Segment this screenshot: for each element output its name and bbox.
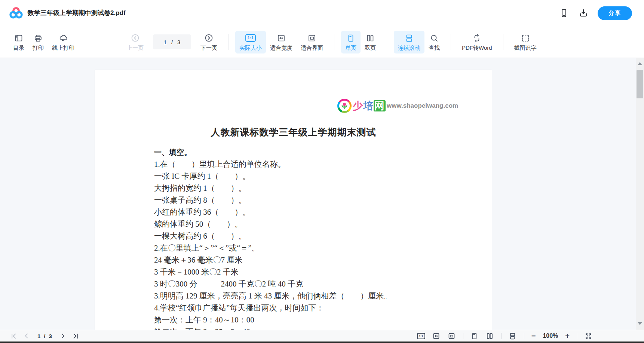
next-page-chevron-icon[interactable] — [59, 332, 67, 340]
document-line: 小红的体重约 36（ ）。 — [154, 206, 477, 218]
double-page-icon — [366, 33, 375, 43]
scrollbar-thumb[interactable] — [637, 70, 643, 98]
toolbar-divider — [228, 34, 229, 50]
document-brand: 少培网 www.shaopeiwang.com — [337, 98, 458, 113]
toolbar-divider — [334, 34, 334, 50]
toolbar-button-pdf-to-word[interactable]: PDF转Word — [458, 31, 496, 53]
toolbar-button-continuous-scroll[interactable]: 连续滚动 — [394, 31, 424, 53]
download-icon[interactable] — [578, 8, 589, 18]
bottom-view-controls: 1:1 − 1 — [417, 332, 592, 340]
toolbar-label: 双页 — [365, 45, 376, 51]
vertical-scrollbar[interactable] — [636, 58, 644, 330]
page-number-box[interactable]: 1 / 3 — [153, 34, 191, 49]
zoom-level: 100% — [543, 333, 558, 339]
print-icon — [34, 33, 43, 43]
toolbar-label: 适合宽度 — [270, 45, 292, 51]
fit-width-icon — [277, 33, 286, 43]
document-title: 人教新课标数学三年级上学期期末测试 — [95, 126, 492, 138]
fullscreen-icon[interactable] — [584, 332, 592, 340]
one-to-one-glyph: 1:1 — [245, 34, 256, 42]
actual-size-icon[interactable]: 1:1 — [417, 332, 425, 340]
prev-page-icon — [131, 33, 140, 43]
document-filename: 数学三年级上学期期中测试卷2.pdf — [28, 0, 126, 26]
bottom-page-indicator: 1 / 3 — [37, 333, 52, 339]
document-line: 第二次：下午 2：25～2：40 — [154, 326, 477, 330]
zoom-out-button[interactable]: − — [531, 332, 536, 340]
toolbar-label: 打印 — [33, 45, 44, 51]
one-to-one-glyph: 1:1 — [417, 333, 425, 339]
toolbar-button-screenshot-ocr[interactable]: 截图识字 — [510, 31, 541, 53]
toolbar-label: 实际大小 — [239, 45, 262, 51]
zoom-in-button[interactable]: + — [565, 332, 570, 340]
actual-size-icon: 1:1 — [245, 33, 256, 43]
toolbar-button-prev-page[interactable]: 上一页 — [123, 31, 148, 53]
pdf-viewer-area[interactable]: 少培网 www.shaopeiwang.com 人教新课标数学三年级上学期期末测… — [0, 58, 644, 330]
double-page-icon[interactable] — [486, 332, 494, 340]
first-page-icon[interactable] — [10, 332, 17, 340]
toolbar-button-find[interactable]: 查找 — [424, 31, 444, 53]
page-total: 3 — [177, 39, 180, 45]
document-line: 3 千米－1000 米〇2 千米 — [154, 266, 477, 278]
toolbar-label: PDF转Word — [462, 45, 492, 51]
document-line: 一棵大树高约 6（ ）。 — [154, 230, 477, 242]
continuous-scroll-icon — [405, 33, 414, 43]
document-line: 3 时〇300 分 2400 千克〇2 吨 40 千克 — [154, 278, 477, 290]
shaopeiwang-logo-icon — [337, 99, 352, 113]
toolbar-label: 连续滚动 — [398, 45, 420, 51]
prev-page-chevron-icon[interactable] — [23, 332, 30, 340]
toolbar-label: 截图识字 — [514, 45, 537, 51]
catalog-icon — [14, 33, 23, 43]
document-line: 第一次：上午 9：40～10：00 — [154, 314, 477, 326]
bottom-page-current: 1 — [37, 333, 40, 339]
document-line: 1.在（ ）里填上合适的单位名称。 — [154, 158, 477, 170]
fit-width-icon[interactable] — [432, 332, 441, 340]
toolbar-button-online-print[interactable]: 线上打印 — [48, 31, 79, 53]
toolbar-button-fit-screen[interactable]: 适合界面 — [297, 31, 327, 53]
toolbar-button-single-page[interactable]: 单页 — [341, 31, 361, 53]
continuous-scroll-icon[interactable] — [509, 332, 517, 340]
document-line: 一、填空。 — [154, 146, 477, 158]
toolbar-label: 上一页 — [127, 45, 144, 51]
toolbar-label: 适合界面 — [301, 45, 323, 51]
fit-screen-icon[interactable] — [448, 332, 456, 340]
window-bottom-edge — [0, 342, 644, 343]
pdf-toolbar: 目录 打印 线上打印 上一页 1 / 3 — [0, 26, 644, 58]
top-bar: 数学三年级上学期期中测试卷2.pdf 分享 — [0, 0, 644, 26]
toolbar-label: 单页 — [345, 45, 356, 51]
document-line: 3.明明高 129 厘米，亮亮高 1 米 43 厘米，他们俩相差（ ）厘米。 — [154, 290, 477, 302]
document-lines: 一、填空。1.在（ ）里填上合适的单位名称。一张 IC 卡厚约 1（ ）。大拇指… — [154, 146, 477, 330]
toolbar-label: 线上打印 — [52, 45, 74, 51]
bottom-divider — [577, 333, 577, 339]
bottom-page-total: 3 — [49, 333, 52, 339]
convert-icon — [472, 33, 481, 43]
toolbar-button-double-page[interactable]: 双页 — [361, 31, 380, 53]
scroll-up-icon[interactable] — [636, 59, 644, 68]
document-line: 大拇指的宽约 1（ ）。 — [154, 182, 477, 194]
bottom-page-separator: / — [44, 333, 45, 339]
toolbar-button-next-page[interactable]: 下一页 — [196, 31, 221, 53]
toolbar-divider — [503, 34, 503, 50]
mobile-view-icon[interactable] — [559, 8, 569, 18]
app-logo-icon[interactable] — [8, 6, 24, 20]
document-line: 一张桌子高约 8（ ）。 — [154, 194, 477, 206]
page-current: 1 — [164, 39, 167, 45]
cloud-print-icon — [59, 33, 68, 43]
toolbar-button-fit-width[interactable]: 适合宽度 — [266, 31, 297, 53]
toolbar-button-actual-size[interactable]: 1:1 实际大小 — [235, 31, 266, 53]
single-page-icon — [346, 33, 355, 43]
fit-screen-icon — [307, 33, 316, 43]
share-button[interactable]: 分享 — [598, 6, 632, 20]
scroll-down-icon[interactable] — [636, 319, 644, 328]
brand-url: www.shaopeiwang.com — [387, 102, 458, 110]
last-page-icon[interactable] — [72, 332, 80, 340]
next-page-icon — [204, 33, 214, 43]
document-line: 2.在〇里填上“＞”“＜”或“＝”。 — [154, 242, 477, 254]
crop-capture-icon — [521, 33, 530, 43]
bottom-divider — [501, 333, 502, 339]
pdf-page: 少培网 www.shaopeiwang.com 人教新课标数学三年级上学期期末测… — [95, 70, 492, 330]
single-page-icon[interactable] — [470, 332, 479, 340]
toolbar-button-catalog[interactable]: 目录 — [9, 31, 28, 53]
document-line: 一张 IC 卡厚约 1（ ）。 — [154, 170, 477, 182]
toolbar-button-print[interactable]: 打印 — [28, 31, 48, 53]
toolbar-label: 查找 — [429, 45, 440, 51]
